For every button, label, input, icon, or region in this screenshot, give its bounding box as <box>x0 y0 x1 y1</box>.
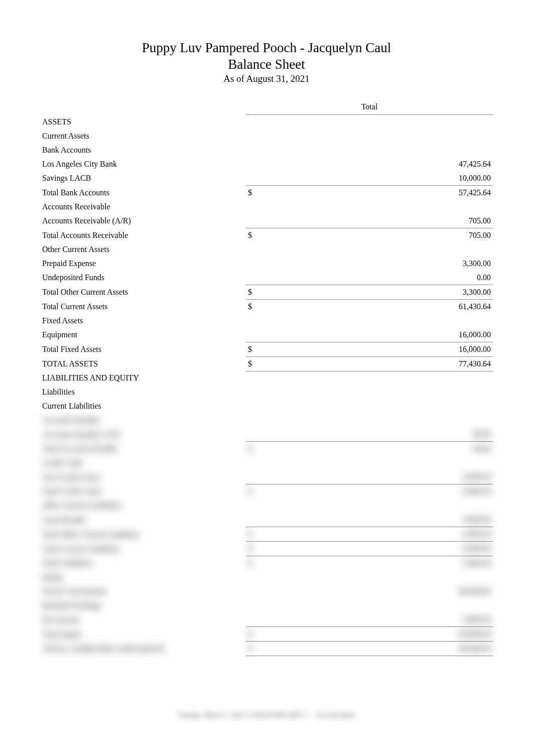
account-label: Visa Credit Union <box>40 470 246 484</box>
table-row: Other Current Assets <box>40 242 493 257</box>
currency-symbol <box>246 214 265 228</box>
currency-symbol <box>246 427 265 442</box>
table-row: Visa Credit Union0,000.00 <box>40 470 493 484</box>
table-row: Owner's Investment00,000.00 <box>40 584 493 598</box>
amount-value <box>265 371 493 385</box>
currency-symbol <box>246 143 265 157</box>
table-row: TOTAL ASSETS$77,430.64 <box>40 356 493 371</box>
table-row: Total Credit Cards$0,000.00 <box>40 484 493 499</box>
column-header-total: Total <box>246 99 493 115</box>
table-row: Los Angeles City Bank47,425.64 <box>40 157 493 171</box>
table-row: Accounts Payable <box>40 413 493 427</box>
table-row: Accounts Receivable <box>40 200 493 214</box>
currency-symbol <box>246 115 265 129</box>
amount-value: 0.00 <box>265 271 493 285</box>
table-row: Savings LACB10,000.00 <box>40 171 493 186</box>
currency-symbol <box>246 385 265 399</box>
table-row: Total Current Assets$61,430.64 <box>40 299 493 314</box>
amount-value: 00.00 <box>265 427 493 442</box>
table-row: Total Accounts Payable$00.00 <box>40 442 493 456</box>
amount-value: 57,425.64 <box>265 185 493 200</box>
amount-value <box>265 598 493 612</box>
amount-value: 3,300.00 <box>265 285 493 299</box>
currency-symbol: $ <box>246 285 265 299</box>
account-label: Total Other Current Liabilities <box>40 527 246 542</box>
currency-symbol: $ <box>246 556 265 571</box>
account-label: Prepaid Expense <box>40 257 246 271</box>
currency-symbol <box>246 129 265 143</box>
account-label: Retained Earnings <box>40 598 246 612</box>
amount-value <box>265 498 493 513</box>
amount-value <box>265 242 493 257</box>
account-label: ASSETS <box>40 115 246 129</box>
account-label: Total Liabilities <box>40 556 246 571</box>
table-row: Total Equity$00,000.00 <box>40 627 493 642</box>
account-label: Total Accounts Receivable <box>40 228 246 242</box>
currency-symbol <box>246 570 265 584</box>
account-label: Current Assets <box>40 129 246 143</box>
account-label: Total Other Current Assets <box>40 285 246 299</box>
account-label: Fixed Assets <box>40 314 246 328</box>
currency-symbol: $ <box>246 627 265 642</box>
account-label: Total Fixed Assets <box>40 342 246 356</box>
amount-value <box>265 129 493 143</box>
amount-value: 0,000.00 <box>265 513 493 527</box>
amount-value <box>265 200 493 214</box>
amount-value: 0,000.00 <box>265 527 493 542</box>
account-label: Owner's Investment <box>40 584 246 598</box>
amount-value: 47,425.64 <box>265 157 493 171</box>
table-row: Net Income0,000.00 <box>40 612 493 627</box>
amount-value: 00,000.00 <box>265 584 493 598</box>
amount-value <box>265 115 493 129</box>
amount-value: 0,000.00 <box>265 612 493 627</box>
currency-symbol <box>246 470 265 484</box>
currency-symbol: $ <box>246 299 265 314</box>
currency-symbol <box>246 200 265 214</box>
currency-symbol <box>246 584 265 598</box>
table-row: Accounts Receivable (A/R)705.00 <box>40 214 493 228</box>
table-row: Undeposited Funds0.00 <box>40 271 493 285</box>
account-label: Equity <box>40 570 246 584</box>
table-row: Total Other Current Liabilities$0,000.00 <box>40 527 493 542</box>
account-label: Savings LACB <box>40 171 246 186</box>
table-row: Fixed Assets <box>40 314 493 328</box>
table-row: Total Bank Accounts$57,425.64 <box>40 185 493 200</box>
account-label: Los Angeles City Bank <box>40 157 246 171</box>
currency-symbol: $ <box>246 185 265 200</box>
table-row: Total Other Current Assets$3,300.00 <box>40 285 493 299</box>
table-row: ASSETS <box>40 115 493 129</box>
account-label: Total Bank Accounts <box>40 185 246 200</box>
account-label: Accounts Payable (A/P) <box>40 427 246 442</box>
table-row: Loan Payable0,000.00 <box>40 513 493 527</box>
table-row: Total Accounts Receivable$705.00 <box>40 228 493 242</box>
account-label: Equipment <box>40 328 246 342</box>
account-label: Current Liabilities <box>40 399 246 413</box>
account-label: Total Equity <box>40 627 246 642</box>
amount-value: 0,000.00 <box>265 556 493 571</box>
account-label: LIABILITIES AND EQUITY <box>40 371 246 385</box>
amount-value <box>265 385 493 399</box>
currency-symbol: $ <box>246 356 265 371</box>
table-body-blurred: Accounts PayableAccounts Payable (A/P)00… <box>40 413 493 656</box>
amount-value <box>265 143 493 157</box>
report-title: Balance Sheet <box>40 57 493 72</box>
table-row: Total Current Liabilities$0,000.00 <box>40 542 493 556</box>
account-label: Total Accounts Payable <box>40 442 246 456</box>
account-label: Bank Accounts <box>40 143 246 157</box>
amount-value: 705.00 <box>265 214 493 228</box>
company-name: Puppy Luv Pampered Pooch - Jacquelyn Cau… <box>40 40 493 56</box>
table-row: Current Assets <box>40 129 493 143</box>
currency-symbol: $ <box>246 228 265 242</box>
amount-value: 16,000.00 <box>265 328 493 342</box>
amount-value: 0,000.00 <box>265 542 493 556</box>
currency-symbol <box>246 157 265 171</box>
account-label: TOTAL ASSETS <box>40 356 246 371</box>
report-date: As of August 31, 2021 <box>40 73 493 84</box>
amount-value: 10,000.00 <box>265 171 493 186</box>
currency-symbol <box>246 328 265 342</box>
currency-symbol: $ <box>246 442 265 456</box>
report-footer: Tuesday, March 1, 2022 12:00:00 PM GMT-5… <box>40 711 493 719</box>
report-header: Puppy Luv Pampered Pooch - Jacquelyn Cau… <box>40 40 493 84</box>
table-row: Bank Accounts <box>40 143 493 157</box>
amount-value <box>265 570 493 584</box>
